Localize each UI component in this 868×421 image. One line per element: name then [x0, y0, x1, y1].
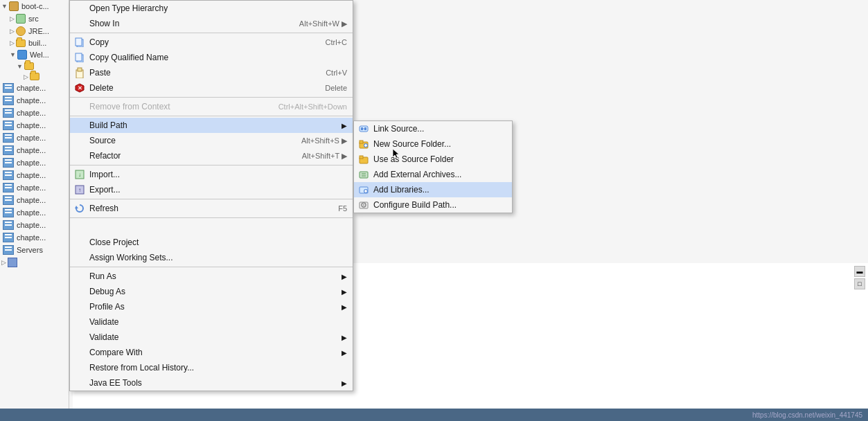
submenu-build-path: Link Source... New Source Folder... Use …: [353, 120, 513, 213]
tree-item-servers[interactable]: ▷: [0, 256, 69, 269]
tree-item-ch12[interactable]: chapte...: [0, 219, 69, 231]
submenu-item-new-source-folder[interactable]: New Source Folder...: [354, 136, 512, 152]
menu-item-team[interactable]: Validate ▶: [70, 330, 353, 345]
svg-rect-3: [76, 53, 82, 61]
menu-item-refresh[interactable]: Refresh F5: [70, 201, 353, 216]
tree-item-ch6[interactable]: chapte...: [0, 144, 69, 156]
tree-label-ch7: chapte...: [17, 159, 46, 167]
tree-item-ch3[interactable]: chapte...: [0, 107, 69, 119]
tree-item-ch13[interactable]: chapte...: [0, 231, 69, 244]
refresh-icon: [74, 203, 85, 214]
tree-item-ch7[interactable]: chapte...: [0, 156, 69, 169]
menu-item-source[interactable]: Source Alt+Shift+S ▶: [70, 133, 353, 148]
chapter-icon-3: [3, 108, 14, 118]
delete-label: Delete: [89, 83, 114, 93]
paste-shortcut: Ctrl+V: [305, 69, 347, 77]
debug-as-arrow: ▶: [335, 288, 347, 296]
copy-label: Copy: [89, 37, 109, 47]
menu-item-compare-with[interactable]: Compare With ▶: [70, 345, 353, 360]
use-as-source-label: Use as Source Folder: [373, 154, 454, 164]
chapter-icon-11: [3, 208, 14, 217]
submenu-item-add-libraries[interactable]: Add Libraries...: [354, 182, 512, 197]
compare-with-label: Compare With: [89, 348, 143, 357]
tree-item-f2[interactable]: ▷: [0, 71, 69, 82]
menu-item-java-ee-tools[interactable]: Java EE Tools ▶: [70, 375, 353, 391]
menu-item-profile-as[interactable]: Profile As ▶: [70, 299, 353, 314]
submenu-item-use-as-source[interactable]: Use as Source Folder: [354, 152, 512, 167]
tree-item-ch1[interactable]: chapte...: [0, 82, 69, 94]
menu-item-close-unrelated[interactable]: Close Project: [70, 235, 353, 250]
menu-item-run-as[interactable]: Run As ▶: [70, 269, 353, 284]
menu-item-delete[interactable]: ✕ Delete Delete: [70, 80, 353, 96]
menu-item-export[interactable]: ↑ Export...: [70, 182, 353, 197]
copy-shortcut: Ctrl+C: [305, 38, 347, 46]
show-in-label: Show In: [89, 19, 119, 28]
chapter-icon-1: [3, 83, 14, 93]
delete-shortcut: Delete: [304, 84, 347, 92]
minimize-button[interactable]: ▬: [854, 266, 865, 277]
remove-context-label: Remove from Context: [89, 102, 170, 111]
compare-with-arrow: ▶: [335, 349, 347, 357]
chapter-icon-4: [3, 120, 14, 130]
run-as-label: Run As: [89, 271, 116, 281]
menu-item-debug-as[interactable]: Debug As ▶: [70, 284, 353, 299]
menu-item-import[interactable]: ↓ Import...: [70, 167, 353, 182]
separator-2: [70, 97, 353, 98]
profile-as-arrow: ▶: [335, 303, 347, 311]
tree-item-ch9[interactable]: chapte...: [0, 181, 69, 194]
source-shortcut: Alt+Shift+S ▶: [281, 136, 347, 145]
tree-item-ch10[interactable]: chapte...: [0, 194, 69, 206]
menu-item-assign-working[interactable]: Assign Working Sets...: [70, 250, 353, 265]
submenu-item-link-source[interactable]: Link Source...: [354, 121, 512, 136]
refresh-label: Refresh: [89, 204, 118, 213]
menu-item-copy[interactable]: Copy Ctrl+C: [70, 35, 353, 50]
menu-item-validate[interactable]: Validate: [70, 314, 353, 330]
src-icon: [16, 14, 26, 24]
tree-item-ch2[interactable]: chapte...: [0, 94, 69, 107]
tree-item-ch8[interactable]: chapte...: [0, 169, 69, 181]
web-icon: [17, 50, 27, 60]
copy-icon: [74, 37, 85, 48]
separator-6: [70, 217, 353, 218]
tree-label-wel: Wel...: [30, 51, 49, 59]
tree-item-ch11[interactable]: chapte...: [0, 206, 69, 219]
tree-item-f1[interactable]: ▼: [0, 61, 69, 71]
menu-item-show-in[interactable]: Show In Alt+Shift+W ▶: [70, 16, 353, 31]
svg-rect-15: [364, 127, 366, 130]
tree-label-ch12: chapte...: [17, 221, 46, 229]
context-menu: Open Type Hierarchy Show In Alt+Shift+W …: [69, 0, 353, 391]
maximize-button[interactable]: □: [854, 278, 865, 289]
use-as-source-icon: [358, 154, 369, 165]
tree-item-ch14[interactable]: Servers: [0, 244, 69, 256]
tree-item-boot[interactable]: ▼ boot-c...: [0, 0, 69, 12]
import-label: Import...: [89, 170, 120, 179]
tree-item-ch5[interactable]: chapte...: [0, 132, 69, 144]
refresh-shortcut: F5: [317, 204, 347, 213]
menu-item-paste[interactable]: Paste Ctrl+V: [70, 65, 353, 80]
menu-item-restore-history[interactable]: Restore from Local History...: [70, 360, 353, 375]
menu-item-build-path[interactable]: Build Path ▶: [70, 118, 353, 133]
svg-marker-12: [75, 206, 78, 208]
configure-build-icon: [358, 199, 369, 210]
new-source-folder-label: New Source Folder...: [373, 139, 451, 149]
tree-item-ch4[interactable]: chapte...: [0, 119, 69, 132]
tree-label-ch1: chapte...: [17, 84, 46, 92]
submenu-item-configure-build[interactable]: Configure Build Path...: [354, 197, 512, 213]
tree-item-build[interactable]: ▷ buil...: [0, 37, 69, 48]
team-label: Validate: [89, 332, 118, 342]
menu-item-open-type[interactable]: Open Type Hierarchy: [70, 1, 353, 16]
svg-rect-14: [361, 127, 363, 130]
chapter-icon-7: [3, 158, 14, 168]
menu-item-close-project[interactable]: [70, 220, 353, 235]
export-icon: ↑: [74, 184, 85, 195]
separator-5: [70, 199, 353, 199]
menu-item-refactor[interactable]: Refactor Alt+Shift+T ▶: [70, 148, 353, 163]
submenu-item-add-external[interactable]: Add External Archives...: [354, 167, 512, 182]
tree-item-wel[interactable]: ▼ Wel...: [0, 48, 69, 61]
tree-item-src[interactable]: ▷ src: [0, 12, 69, 25]
tree-label-ch3: chapte...: [17, 109, 46, 117]
menu-item-copy-qualified[interactable]: Copy Qualified Name: [70, 50, 353, 65]
tree-panel: ▼ boot-c... ▷ src ▷ JRE... ▷ buil... ▼ W…: [0, 0, 69, 421]
tree-item-jre[interactable]: ▷ JRE...: [0, 25, 69, 37]
paste-label: Paste: [89, 68, 111, 78]
